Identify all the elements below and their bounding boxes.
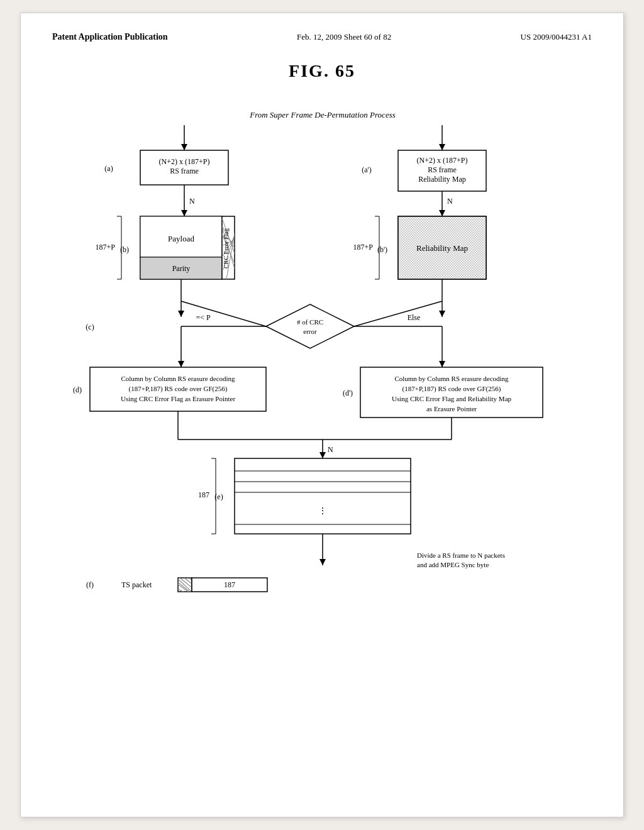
svg-marker-3 [439,144,445,150]
svg-text:Using CRC Error Flag as Erasur: Using CRC Error Flag as Erasure Pointer [121,395,235,402]
svg-text:Column by Column RS erasure de: Column by Column RS erasure decoding [121,375,235,382]
svg-text:N: N [328,445,333,454]
svg-marker-14 [181,210,187,216]
svg-text:CRC Error Flag: CRC Error Flag [223,228,230,268]
svg-marker-57 [439,311,445,317]
svg-text:# of CRC: # of CRC [297,318,323,326]
svg-text:(N+2) x (187+P): (N+2) x (187+P) [417,156,468,165]
svg-text:(d): (d) [73,385,82,394]
svg-line-61 [181,301,266,326]
svg-text:N: N [447,197,453,206]
svg-text:Using CRC Error Flag and Relia: Using CRC Error Flag and Reliability Map [392,395,512,402]
svg-marker-58 [266,304,354,348]
svg-text:(187+P,187) RS code over GF(25: (187+P,187) RS code over GF(256) [402,385,501,393]
svg-marker-71 [439,361,445,367]
diagram-container: From Super Frame De-Permutation Process … [52,106,592,722]
svg-text:(f): (f) [86,580,94,589]
svg-text:RS frame: RS frame [428,165,457,174]
svg-marker-68 [178,361,184,367]
svg-text:RS frame: RS frame [170,167,199,175]
svg-text:(a'): (a') [362,165,371,174]
svg-marker-88 [319,452,326,458]
page-header: Patent Application Publication Feb. 12, … [52,32,592,42]
svg-text:=< P: =< P [196,313,211,322]
svg-text:error: error [303,328,317,335]
svg-marker-55 [178,311,184,317]
svg-text:187: 187 [198,490,209,499]
main-diagram: From Super Frame De-Permutation Process … [52,106,593,722]
svg-text:Reliability Map: Reliability Map [418,175,466,184]
svg-text:(c): (c) [86,323,94,331]
svg-text:Else: Else [408,313,421,322]
svg-text:187: 187 [224,580,235,589]
header-right: US 2009/0044231 A1 [521,32,592,42]
svg-text:Payload: Payload [168,234,194,243]
svg-text:Column by Column RS erasure de: Column by Column RS erasure decoding [394,375,509,382]
svg-text:187+P: 187+P [353,243,374,252]
svg-text:187+P: 187+P [96,243,116,252]
svg-text:Reliability Map: Reliability Map [416,243,468,253]
svg-text:(d'): (d') [343,389,353,397]
svg-rect-90 [235,458,411,534]
svg-marker-17 [439,210,445,216]
svg-text:(b'): (b') [377,245,387,254]
svg-text:⋮: ⋮ [318,506,327,516]
svg-text:N: N [189,197,195,206]
svg-text:(187+P,187) RS code over GF(25: (187+P,187) RS code over GF(256) [129,385,228,393]
patent-page: Patent Application Publication Feb. 12, … [20,13,624,817]
svg-text:(N+2) x (187+P): (N+2) x (187+P) [159,157,210,166]
svg-text:and add MPEG Sync byte: and add MPEG Sync byte [417,561,489,568]
header-left: Patent Application Publication [52,32,168,42]
source-label: From Super Frame De-Permutation Process [249,110,396,119]
svg-text:as Erasure Pointer: as Erasure Pointer [426,405,477,412]
header-middle: Feb. 12, 2009 Sheet 60 of 82 [297,32,391,42]
svg-line-62 [354,301,442,326]
svg-marker-102 [319,559,326,565]
svg-text:TS packet: TS packet [121,580,152,589]
figure-title: FIG. 65 [52,61,592,81]
svg-text:Parity: Parity [172,264,191,273]
svg-text:Divide a RS frame to N packets: Divide a RS frame to N packets [417,551,505,559]
svg-marker-1 [181,144,187,150]
svg-text:(a): (a) [104,164,113,173]
